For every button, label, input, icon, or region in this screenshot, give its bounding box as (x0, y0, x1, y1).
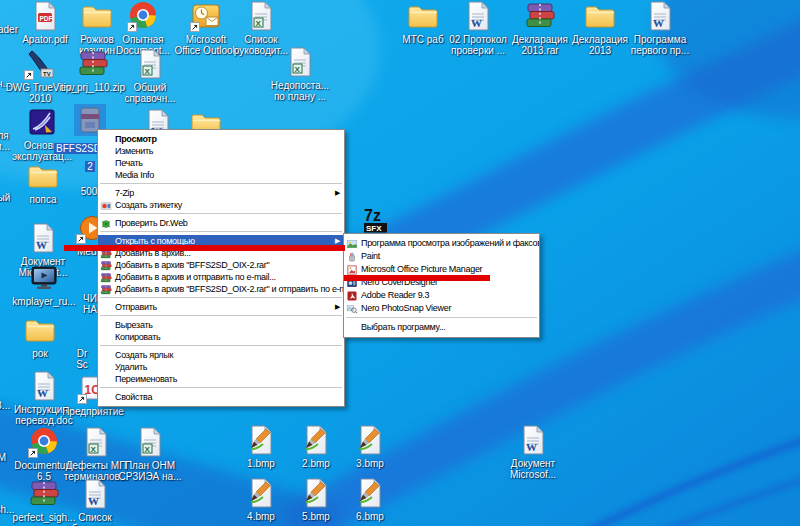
excel-icon: X (80, 426, 112, 458)
pdf-icon: PDF (29, 0, 61, 32)
menu-item-label: Просмотр (115, 134, 157, 144)
context-menu-item-edit[interactable]: Изменить (98, 145, 344, 157)
context-menu-item-create-label[interactable]: Создать этикетку (98, 199, 344, 211)
excel-icon: X (134, 48, 166, 80)
menu-item-label: Media Info (115, 170, 154, 180)
chrome-icon (127, 0, 159, 32)
menu-separator (100, 231, 342, 232)
context-menu: ПросмотрИзменитьПечатьMedia Info7-Zip▶Со… (97, 129, 345, 407)
open-with-item-choose-program[interactable]: Выбрать программу... (344, 321, 539, 334)
context-menu-item-properties[interactable]: Свойства (98, 391, 344, 403)
svg-text:SFX: SFX (366, 224, 382, 233)
context-menu-item-add-archive-named-email[interactable]: Добавить в архив "BFFS2SD_OIX-2.rar" и о… (98, 283, 344, 295)
desktop-icon-label: Предприятие (57, 406, 129, 417)
svg-text:W: W (37, 387, 48, 399)
context-menu-item-delete[interactable]: Удалить (98, 361, 344, 373)
winrar-icon (100, 259, 113, 271)
desktop-icon-obschiy-spravochnik[interactable]: XОбщийсправочн... (114, 48, 186, 104)
menu-item-label: Создать ярлык (115, 350, 173, 360)
dwg-icon: TV (24, 48, 56, 80)
kmplayer-icon (28, 262, 60, 294)
open-with-item-nero-photosnap[interactable]: Nero PhotoSnap Viewer (344, 302, 539, 315)
svg-text:W: W (653, 17, 664, 29)
svg-text:X: X (91, 445, 97, 454)
bmp-icon (354, 424, 386, 456)
annotation-underline-picture-manager (344, 275, 490, 281)
excel-icon: X (284, 46, 316, 78)
desktop-icon-label: Списокоборудова... (59, 512, 131, 526)
svg-text:W: W (36, 239, 47, 251)
svg-text:W: W (526, 441, 537, 453)
open-with-item-adobe-reader[interactable]: Adobe Reader 9.3 (344, 289, 539, 302)
bmp-icon (245, 424, 277, 456)
menu-item-label: Удалить (115, 362, 147, 372)
menu-item-label: Свойства (115, 392, 152, 402)
submenu-arrow-icon: ▶ (335, 301, 340, 313)
desktop-icon-nedopostavka[interactable]: XНедопоста...по плану ... (264, 46, 336, 102)
folder-icon (24, 314, 56, 346)
context-menu-item-cut[interactable]: Вырезать (98, 319, 344, 331)
menu-separator (100, 345, 342, 346)
desktop-icon-dokument-microsof-2[interactable]: WДокументMicrosof... (497, 424, 569, 480)
context-menu-item-add-archive-named[interactable]: Добавить в архив "BFFS2SD_OIX-2.rar" (98, 259, 344, 271)
menu-item-label: Отправить (115, 302, 157, 312)
menu-item-label: Добавить в архив "BFFS2SD_OIX-2.rar" (115, 260, 269, 270)
rar-icon (28, 478, 60, 510)
open-with-item-paint[interactable]: Paint (344, 250, 539, 263)
desktop-icon-popsa[interactable]: попса (7, 160, 79, 205)
context-menu-item-add-archive-email[interactable]: Добавить в архив и отправить по e-mail..… (98, 271, 344, 283)
context-menu-item-view[interactable]: Просмотр (98, 133, 344, 145)
context-menu-item-rename[interactable]: Переименовать (98, 373, 344, 385)
open-with-submenu: Программа просмотра изображений и факсов… (343, 233, 540, 338)
desktop-icon-bmp-6[interactable]: 6.bmp (334, 477, 406, 522)
menu-item-label: Вырезать (115, 320, 153, 330)
desktop-icon-label: Общийсправочн... (114, 82, 186, 104)
menu-item-label: Paint (361, 251, 380, 261)
shortcut-arrow-icon (28, 448, 38, 458)
word-icon: W (28, 370, 60, 402)
context-menu-item-copy[interactable]: Копировать (98, 331, 344, 343)
svg-text:X: X (145, 67, 151, 76)
menu-separator (346, 317, 537, 318)
svg-text:TV: TV (43, 71, 51, 77)
open-with-item-image-fax-viewer[interactable]: Программа просмотра изображений и факсов (344, 237, 539, 250)
rar-icon (524, 0, 556, 32)
excel-icon: X (245, 0, 277, 32)
menu-item-label: 7-Zip (115, 188, 134, 198)
context-menu-item-send-to[interactable]: Отправить▶ (98, 301, 344, 313)
menu-item-label: Переименовать (115, 374, 177, 384)
submenu-arrow-icon: ▶ (335, 187, 340, 199)
svg-text:X: X (295, 65, 301, 74)
menu-item-label: Выбрать программу... (361, 322, 446, 332)
rar-icon (77, 48, 109, 80)
context-menu-item-print[interactable]: Печать (98, 157, 344, 169)
context-menu-item-drweb-check[interactable]: Проверить Dr.Web (98, 217, 344, 229)
picman-icon (346, 263, 359, 275)
menu-separator (100, 315, 342, 316)
context-menu-item-create-shortcut[interactable]: Создать ярлык (98, 349, 344, 361)
svg-text:W: W (471, 17, 482, 29)
desktop-icon-bmp-3[interactable]: 3.bmp (334, 424, 406, 469)
desktop-icon-plan-onm[interactable]: XПлан ОНМСРЗИЭА на... (114, 426, 186, 482)
menu-separator (100, 183, 342, 184)
menu-item-label: Создать этикетку (115, 200, 182, 210)
word-icon: W (644, 0, 676, 32)
bmp-icon (354, 477, 386, 509)
desktop-icon-spisok-oborudovaniya[interactable]: WСписокоборудова... (59, 478, 131, 526)
shortcut-arrow-icon (127, 22, 137, 32)
desktop-icon-programma-pervogo[interactable]: WПрограммапервого пр... (624, 0, 696, 56)
svg-text:X: X (145, 445, 151, 454)
drweb-icon (100, 217, 113, 229)
bmp-icon (300, 477, 332, 509)
photosnap-icon (346, 302, 359, 314)
menu-item-label: Печать (115, 158, 143, 168)
svg-text:7z: 7z (364, 207, 381, 224)
context-menu-item-7zip[interactable]: 7-Zip▶ (98, 187, 344, 199)
context-menu-item-media-info[interactable]: Media Info (98, 169, 344, 181)
menu-item-label: Nero PhotoSnap Viewer (361, 303, 451, 313)
word-icon: W (79, 478, 111, 510)
winrar-icon (100, 283, 113, 295)
paint-icon (346, 250, 359, 262)
menu-separator (100, 297, 342, 298)
svg-text:W: W (88, 495, 99, 507)
